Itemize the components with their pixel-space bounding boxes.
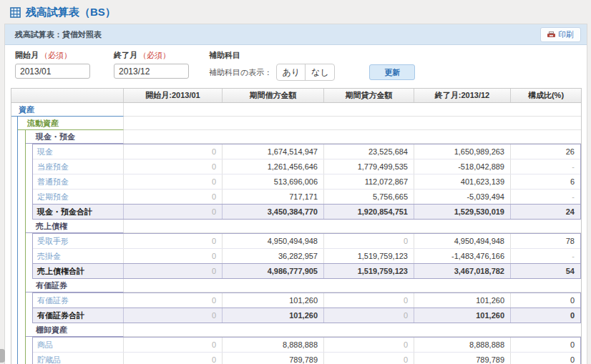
value-cell: 1,779,499,535 <box>324 159 414 174</box>
value-cell: 3,450,384,770 <box>223 205 324 219</box>
column-header: 期間貸方金額 <box>324 89 414 102</box>
group-name: 有価証券 <box>26 279 124 292</box>
group-name: 資産 <box>11 103 124 117</box>
start-month-group: 開始月（必須） <box>15 50 90 79</box>
account-row: 当座預金01,261,456,6461,779,499,535-518,042,… <box>33 159 580 174</box>
value-cell: 1,650,989,263 <box>414 144 511 159</box>
scrollbar-thumb[interactable] <box>0 349 5 363</box>
account-row: 有価証券0101,2600101,2600 <box>33 293 580 308</box>
print-button[interactable]: 印刷 <box>540 27 581 42</box>
account-link[interactable]: 受取手形 <box>33 234 124 248</box>
value-cell: 0 <box>124 144 223 159</box>
value-cell: -518,042,889 <box>414 159 511 174</box>
sub-account-display-row: 補助科目の表示： あり なし 更新 <box>209 64 415 81</box>
group-row: 資産 <box>11 103 581 117</box>
value-cell: 717,171 <box>223 190 324 204</box>
value-cell: 112,072,867 <box>324 174 414 189</box>
column-header: 開始月:2013/01 <box>124 89 223 102</box>
value-cell: 0 <box>324 293 414 308</box>
account-group-box: 受取手形04,950,494,94804,950,494,94878売掛金036… <box>32 233 581 279</box>
start-month-label: 開始月（必須） <box>15 50 90 61</box>
value-cell: 0 <box>511 353 580 364</box>
sub-account-group: 補助科目 補助科目の表示： あり なし 更新 <box>209 50 415 81</box>
value-cell: 4,986,777,905 <box>223 264 324 278</box>
group-row: 売上債権 <box>26 220 581 233</box>
page-title: 残高試算表（BS） <box>26 6 116 19</box>
table-header-row: 開始月:2013/01期間借方金額期間貸方金額終了月:2013/12構成比(%) <box>11 89 581 103</box>
account-group-box: 商品08,888,88808,888,8880貯蔵品0789,7890789,7… <box>32 337 581 364</box>
value-cell: 0 <box>124 159 223 174</box>
toggle-option-ari[interactable]: あり <box>277 64 306 80</box>
group-name: 売上債権 <box>26 220 124 233</box>
account-link[interactable]: 現金 <box>33 144 124 159</box>
value-cell: 101,260 <box>414 293 511 308</box>
account-link[interactable]: 定期預金 <box>33 190 124 204</box>
end-month-input[interactable] <box>114 64 189 79</box>
account-group-box: 現金01,674,514,94723,525,6841,650,989,2632… <box>32 144 581 220</box>
group-row-spacer <box>124 220 581 233</box>
value-cell: 3,467,018,782 <box>414 264 511 278</box>
value-cell: 1,261,456,646 <box>223 159 324 174</box>
content-panel: 残高試算表：貸借対照表 印刷 開始月（必須） 終了月（必須） 補助科目 補助科目 <box>4 24 587 364</box>
value-cell: 8,888,888 <box>223 338 324 352</box>
group-row: 有価証券 <box>26 279 581 292</box>
value-cell: 789,789 <box>223 353 324 364</box>
value-cell: 0 <box>324 308 414 323</box>
value-cell: 1,519,759,123 <box>324 264 414 278</box>
account-link[interactable]: 売掛金 <box>33 249 124 263</box>
toggle-option-nashi[interactable]: なし <box>306 64 334 80</box>
account-row: 現金01,674,514,94723,525,6841,650,989,2632… <box>33 144 580 159</box>
value-cell: 0 <box>124 293 223 308</box>
column-header <box>11 89 124 102</box>
group-row-spacer <box>124 117 581 130</box>
group-name: 現金・預金 <box>26 130 124 144</box>
total-row: 売上債権合計04,986,777,9051,519,759,1233,467,0… <box>33 263 580 278</box>
value-cell: 0 <box>511 293 580 308</box>
value-cell: 0 <box>324 353 414 364</box>
value-cell: 513,696,006 <box>223 174 324 189</box>
value-cell: 401,623,139 <box>414 174 511 189</box>
group-row-spacer <box>124 130 581 144</box>
column-header: 構成比(%) <box>511 89 581 102</box>
filter-form: 開始月（必須） 終了月（必須） 補助科目 補助科目の表示： あり なし 更新 <box>5 45 587 87</box>
value-cell: 0 <box>124 264 223 278</box>
value-cell: 8,888,888 <box>414 338 511 352</box>
value-cell: 101,260 <box>223 308 324 323</box>
value-cell: 0 <box>324 338 414 352</box>
value-cell: 101,260 <box>414 308 511 323</box>
account-link[interactable]: 普通預金 <box>33 174 124 189</box>
value-cell: - <box>511 159 580 174</box>
end-month-group: 終了月（必須） <box>114 50 189 79</box>
total-name: 有価証券合計 <box>33 308 124 323</box>
total-name: 現金・預金合計 <box>33 205 124 219</box>
value-cell: 26 <box>511 144 580 159</box>
group-row-spacer <box>124 279 581 292</box>
account-link[interactable]: 当座預金 <box>33 159 124 174</box>
update-button[interactable]: 更新 <box>369 64 415 80</box>
value-cell: 0 <box>124 205 223 219</box>
account-link[interactable]: 有価証券 <box>33 293 124 308</box>
group-name: 流動資産 <box>18 117 124 130</box>
sub-account-toggle: あり なし <box>276 64 335 81</box>
print-button-label: 印刷 <box>558 29 574 40</box>
value-cell: 1,674,514,947 <box>223 144 324 159</box>
value-cell: 1,529,530,019 <box>414 205 511 219</box>
value-cell: 0 <box>124 353 223 364</box>
group-row: 現金・預金 <box>26 130 581 144</box>
sub-account-display-label: 補助科目の表示： <box>209 67 272 78</box>
sub-account-label: 補助科目 <box>209 50 415 61</box>
end-month-label: 終了月（必須） <box>114 50 189 61</box>
start-month-input[interactable] <box>15 64 90 79</box>
value-cell: -5,039,494 <box>414 190 511 204</box>
level-1-indent-group: 流動資産現金・預金現金01,674,514,94723,525,6841,650… <box>17 117 581 364</box>
value-cell: 789,789 <box>414 353 511 364</box>
report-subheader: 残高試算表：貸借対照表 印刷 <box>5 24 587 45</box>
group-row-spacer <box>124 103 581 117</box>
value-cell: 4,950,494,948 <box>223 234 324 248</box>
account-link[interactable]: 貯蔵品 <box>33 353 124 364</box>
value-cell: 78 <box>511 234 580 248</box>
account-row: 普通預金0513,696,006112,072,867401,623,1396 <box>33 174 580 190</box>
account-link[interactable]: 商品 <box>33 338 124 352</box>
account-row: 貯蔵品0789,7890789,7890 <box>33 353 580 364</box>
column-header: 終了月:2013/12 <box>414 89 511 102</box>
